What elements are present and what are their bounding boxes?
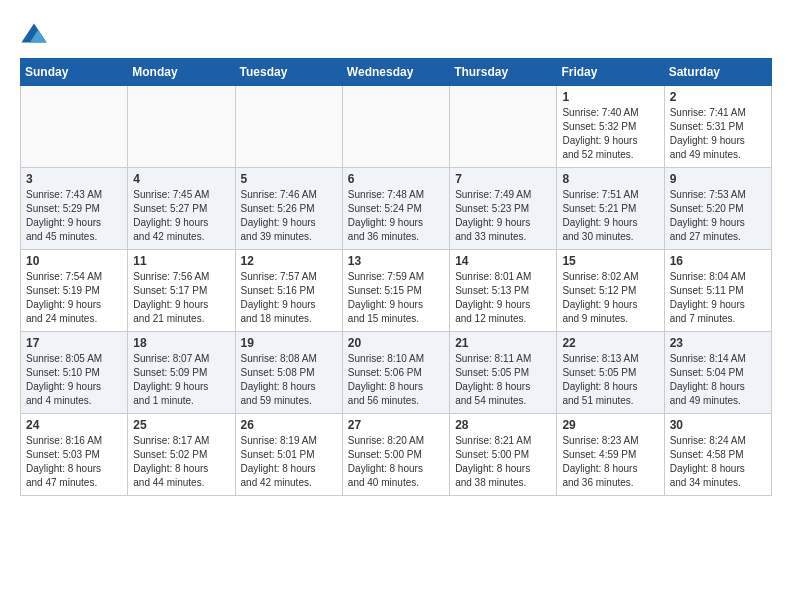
day-info: Sunrise: 7:43 AM Sunset: 5:29 PM Dayligh… (26, 188, 122, 244)
day-info: Sunrise: 8:02 AM Sunset: 5:12 PM Dayligh… (562, 270, 658, 326)
calendar-cell: 29Sunrise: 8:23 AM Sunset: 4:59 PM Dayli… (557, 414, 664, 496)
day-number: 14 (455, 254, 551, 268)
day-info: Sunrise: 8:20 AM Sunset: 5:00 PM Dayligh… (348, 434, 444, 490)
day-info: Sunrise: 7:57 AM Sunset: 5:16 PM Dayligh… (241, 270, 337, 326)
calendar-cell: 21Sunrise: 8:11 AM Sunset: 5:05 PM Dayli… (450, 332, 557, 414)
day-number: 13 (348, 254, 444, 268)
calendar-cell: 26Sunrise: 8:19 AM Sunset: 5:01 PM Dayli… (235, 414, 342, 496)
day-number: 11 (133, 254, 229, 268)
calendar-cell: 9Sunrise: 7:53 AM Sunset: 5:20 PM Daylig… (664, 168, 771, 250)
day-number: 28 (455, 418, 551, 432)
calendar-cell: 5Sunrise: 7:46 AM Sunset: 5:26 PM Daylig… (235, 168, 342, 250)
calendar-cell: 27Sunrise: 8:20 AM Sunset: 5:00 PM Dayli… (342, 414, 449, 496)
calendar-cell: 28Sunrise: 8:21 AM Sunset: 5:00 PM Dayli… (450, 414, 557, 496)
day-info: Sunrise: 8:23 AM Sunset: 4:59 PM Dayligh… (562, 434, 658, 490)
calendar-cell: 19Sunrise: 8:08 AM Sunset: 5:08 PM Dayli… (235, 332, 342, 414)
calendar-cell (342, 86, 449, 168)
day-number: 10 (26, 254, 122, 268)
logo (20, 20, 52, 48)
header-monday: Monday (128, 59, 235, 86)
week-row-4: 24Sunrise: 8:16 AM Sunset: 5:03 PM Dayli… (21, 414, 772, 496)
day-number: 25 (133, 418, 229, 432)
day-number: 9 (670, 172, 766, 186)
day-number: 3 (26, 172, 122, 186)
calendar-cell: 10Sunrise: 7:54 AM Sunset: 5:19 PM Dayli… (21, 250, 128, 332)
header-thursday: Thursday (450, 59, 557, 86)
day-info: Sunrise: 8:21 AM Sunset: 5:00 PM Dayligh… (455, 434, 551, 490)
day-info: Sunrise: 8:11 AM Sunset: 5:05 PM Dayligh… (455, 352, 551, 408)
day-number: 16 (670, 254, 766, 268)
calendar-cell (235, 86, 342, 168)
calendar-cell: 8Sunrise: 7:51 AM Sunset: 5:21 PM Daylig… (557, 168, 664, 250)
calendar-cell: 15Sunrise: 8:02 AM Sunset: 5:12 PM Dayli… (557, 250, 664, 332)
day-info: Sunrise: 7:46 AM Sunset: 5:26 PM Dayligh… (241, 188, 337, 244)
calendar-cell: 14Sunrise: 8:01 AM Sunset: 5:13 PM Dayli… (450, 250, 557, 332)
day-number: 7 (455, 172, 551, 186)
day-number: 18 (133, 336, 229, 350)
calendar-cell: 23Sunrise: 8:14 AM Sunset: 5:04 PM Dayli… (664, 332, 771, 414)
day-info: Sunrise: 7:51 AM Sunset: 5:21 PM Dayligh… (562, 188, 658, 244)
day-number: 17 (26, 336, 122, 350)
day-info: Sunrise: 7:48 AM Sunset: 5:24 PM Dayligh… (348, 188, 444, 244)
day-info: Sunrise: 8:07 AM Sunset: 5:09 PM Dayligh… (133, 352, 229, 408)
calendar-cell: 16Sunrise: 8:04 AM Sunset: 5:11 PM Dayli… (664, 250, 771, 332)
day-number: 23 (670, 336, 766, 350)
header-saturday: Saturday (664, 59, 771, 86)
header-wednesday: Wednesday (342, 59, 449, 86)
calendar-cell: 18Sunrise: 8:07 AM Sunset: 5:09 PM Dayli… (128, 332, 235, 414)
day-info: Sunrise: 7:45 AM Sunset: 5:27 PM Dayligh… (133, 188, 229, 244)
logo-icon (20, 20, 48, 48)
day-number: 2 (670, 90, 766, 104)
day-info: Sunrise: 7:56 AM Sunset: 5:17 PM Dayligh… (133, 270, 229, 326)
calendar-cell: 24Sunrise: 8:16 AM Sunset: 5:03 PM Dayli… (21, 414, 128, 496)
week-row-3: 17Sunrise: 8:05 AM Sunset: 5:10 PM Dayli… (21, 332, 772, 414)
calendar-cell: 3Sunrise: 7:43 AM Sunset: 5:29 PM Daylig… (21, 168, 128, 250)
header-tuesday: Tuesday (235, 59, 342, 86)
day-info: Sunrise: 8:16 AM Sunset: 5:03 PM Dayligh… (26, 434, 122, 490)
header-sunday: Sunday (21, 59, 128, 86)
day-number: 8 (562, 172, 658, 186)
day-number: 20 (348, 336, 444, 350)
calendar-cell (21, 86, 128, 168)
day-number: 22 (562, 336, 658, 350)
day-info: Sunrise: 8:14 AM Sunset: 5:04 PM Dayligh… (670, 352, 766, 408)
day-number: 27 (348, 418, 444, 432)
calendar-cell: 4Sunrise: 7:45 AM Sunset: 5:27 PM Daylig… (128, 168, 235, 250)
calendar-cell: 11Sunrise: 7:56 AM Sunset: 5:17 PM Dayli… (128, 250, 235, 332)
week-row-0: 1Sunrise: 7:40 AM Sunset: 5:32 PM Daylig… (21, 86, 772, 168)
day-number: 5 (241, 172, 337, 186)
day-info: Sunrise: 8:04 AM Sunset: 5:11 PM Dayligh… (670, 270, 766, 326)
day-number: 21 (455, 336, 551, 350)
day-number: 24 (26, 418, 122, 432)
calendar-cell: 17Sunrise: 8:05 AM Sunset: 5:10 PM Dayli… (21, 332, 128, 414)
week-row-2: 10Sunrise: 7:54 AM Sunset: 5:19 PM Dayli… (21, 250, 772, 332)
calendar-cell: 20Sunrise: 8:10 AM Sunset: 5:06 PM Dayli… (342, 332, 449, 414)
day-info: Sunrise: 8:08 AM Sunset: 5:08 PM Dayligh… (241, 352, 337, 408)
calendar-cell: 1Sunrise: 7:40 AM Sunset: 5:32 PM Daylig… (557, 86, 664, 168)
calendar-header-row: SundayMondayTuesdayWednesdayThursdayFrid… (21, 59, 772, 86)
day-number: 19 (241, 336, 337, 350)
day-number: 26 (241, 418, 337, 432)
day-info: Sunrise: 8:05 AM Sunset: 5:10 PM Dayligh… (26, 352, 122, 408)
week-row-1: 3Sunrise: 7:43 AM Sunset: 5:29 PM Daylig… (21, 168, 772, 250)
day-number: 4 (133, 172, 229, 186)
day-info: Sunrise: 8:24 AM Sunset: 4:58 PM Dayligh… (670, 434, 766, 490)
day-info: Sunrise: 7:59 AM Sunset: 5:15 PM Dayligh… (348, 270, 444, 326)
calendar-cell: 22Sunrise: 8:13 AM Sunset: 5:05 PM Dayli… (557, 332, 664, 414)
calendar-table: SundayMondayTuesdayWednesdayThursdayFrid… (20, 58, 772, 496)
calendar-cell: 25Sunrise: 8:17 AM Sunset: 5:02 PM Dayli… (128, 414, 235, 496)
day-number: 12 (241, 254, 337, 268)
calendar-cell (450, 86, 557, 168)
day-number: 30 (670, 418, 766, 432)
day-info: Sunrise: 8:17 AM Sunset: 5:02 PM Dayligh… (133, 434, 229, 490)
day-info: Sunrise: 7:53 AM Sunset: 5:20 PM Dayligh… (670, 188, 766, 244)
calendar-cell (128, 86, 235, 168)
day-info: Sunrise: 8:01 AM Sunset: 5:13 PM Dayligh… (455, 270, 551, 326)
day-number: 29 (562, 418, 658, 432)
day-number: 6 (348, 172, 444, 186)
header-friday: Friday (557, 59, 664, 86)
calendar-cell: 6Sunrise: 7:48 AM Sunset: 5:24 PM Daylig… (342, 168, 449, 250)
day-info: Sunrise: 8:10 AM Sunset: 5:06 PM Dayligh… (348, 352, 444, 408)
day-number: 1 (562, 90, 658, 104)
calendar-cell: 7Sunrise: 7:49 AM Sunset: 5:23 PM Daylig… (450, 168, 557, 250)
